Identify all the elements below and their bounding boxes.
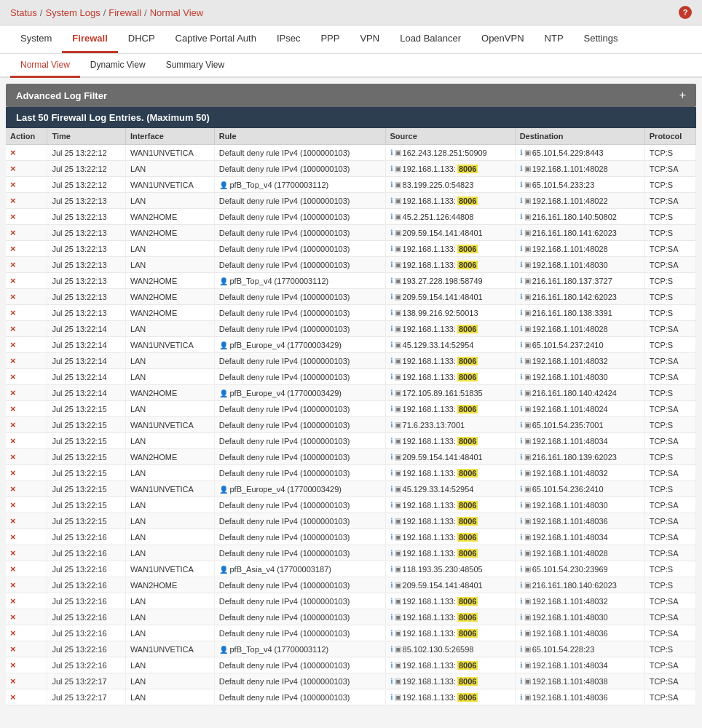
- src-info-icon[interactable]: ℹ: [390, 213, 393, 221]
- src-info-icon[interactable]: ℹ: [390, 197, 393, 205]
- cell-action[interactable]: ×: [6, 561, 47, 577]
- tab-ipsec[interactable]: IPsec: [267, 25, 311, 53]
- src-info-icon[interactable]: ℹ: [390, 485, 393, 493]
- src-info-icon[interactable]: ℹ: [390, 389, 393, 397]
- dst-info-icon[interactable]: ℹ: [520, 453, 523, 461]
- src-info-icon[interactable]: ℹ: [390, 229, 393, 237]
- cell-action[interactable]: ×: [6, 401, 47, 417]
- src-info-icon[interactable]: ℹ: [390, 149, 393, 157]
- dst-info-icon[interactable]: ℹ: [520, 469, 523, 477]
- dst-info-icon[interactable]: ℹ: [520, 645, 523, 653]
- tab-captive[interactable]: Captive Portal Auth: [165, 25, 267, 53]
- breadcrumb-status[interactable]: Status: [10, 7, 37, 18]
- tab-ppp[interactable]: PPP: [310, 25, 350, 53]
- cell-action[interactable]: ×: [6, 321, 47, 337]
- cell-action[interactable]: ×: [6, 225, 47, 241]
- dst-info-icon[interactable]: ℹ: [520, 261, 523, 269]
- src-info-icon[interactable]: ℹ: [390, 613, 393, 621]
- dst-info-icon[interactable]: ℹ: [520, 677, 523, 685]
- src-info-icon[interactable]: ℹ: [390, 549, 393, 557]
- cell-action[interactable]: ×: [6, 289, 47, 305]
- help-icon[interactable]: ?: [679, 6, 692, 19]
- src-info-icon[interactable]: ℹ: [390, 453, 393, 461]
- src-info-icon[interactable]: ℹ: [390, 309, 393, 317]
- src-info-icon[interactable]: ℹ: [390, 581, 393, 589]
- tab-ntp[interactable]: NTP: [535, 25, 574, 53]
- tab-loadbalancer[interactable]: Load Balancer: [390, 25, 471, 53]
- cell-action[interactable]: ×: [6, 417, 47, 433]
- src-info-icon[interactable]: ℹ: [390, 245, 393, 253]
- src-info-icon[interactable]: ℹ: [390, 421, 393, 429]
- dst-info-icon[interactable]: ℹ: [520, 421, 523, 429]
- cell-action[interactable]: ×: [6, 545, 47, 561]
- src-info-icon[interactable]: ℹ: [390, 293, 393, 301]
- src-info-icon[interactable]: ℹ: [390, 597, 393, 605]
- dst-info-icon[interactable]: ℹ: [520, 549, 523, 557]
- dst-info-icon[interactable]: ℹ: [520, 197, 523, 205]
- dst-info-icon[interactable]: ℹ: [520, 229, 523, 237]
- breadcrumb-systemlogs[interactable]: System Logs: [45, 7, 100, 18]
- dst-info-icon[interactable]: ℹ: [520, 357, 523, 365]
- dst-info-icon[interactable]: ℹ: [520, 597, 523, 605]
- tab-system[interactable]: System: [10, 25, 62, 53]
- cell-action[interactable]: ×: [6, 625, 47, 641]
- dst-info-icon[interactable]: ℹ: [520, 245, 523, 253]
- cell-action[interactable]: ×: [6, 273, 47, 289]
- dst-info-icon[interactable]: ℹ: [520, 405, 523, 413]
- dst-info-icon[interactable]: ℹ: [520, 309, 523, 317]
- src-info-icon[interactable]: ℹ: [390, 373, 393, 381]
- cell-action[interactable]: ×: [6, 241, 47, 257]
- src-info-icon[interactable]: ℹ: [390, 501, 393, 509]
- src-info-icon[interactable]: ℹ: [390, 341, 393, 349]
- dst-info-icon[interactable]: ℹ: [520, 501, 523, 509]
- cell-action[interactable]: ×: [6, 369, 47, 385]
- cell-action[interactable]: ×: [6, 257, 47, 273]
- src-info-icon[interactable]: ℹ: [390, 405, 393, 413]
- sub-tab-normal[interactable]: Normal View: [10, 54, 80, 78]
- dst-info-icon[interactable]: ℹ: [520, 389, 523, 397]
- dst-info-icon[interactable]: ℹ: [520, 293, 523, 301]
- dst-info-icon[interactable]: ℹ: [520, 181, 523, 189]
- tab-openvpn[interactable]: OpenVPN: [471, 25, 535, 53]
- src-info-icon[interactable]: ℹ: [390, 181, 393, 189]
- tab-dhcp[interactable]: DHCP: [118, 25, 165, 53]
- cell-action[interactable]: ×: [6, 337, 47, 353]
- src-info-icon[interactable]: ℹ: [390, 325, 393, 333]
- src-info-icon[interactable]: ℹ: [390, 629, 393, 637]
- filter-expand-icon[interactable]: +: [679, 89, 686, 102]
- cell-action[interactable]: ×: [6, 529, 47, 545]
- cell-action[interactable]: ×: [6, 145, 47, 161]
- src-info-icon[interactable]: ℹ: [390, 469, 393, 477]
- dst-info-icon[interactable]: ℹ: [520, 213, 523, 221]
- dst-info-icon[interactable]: ℹ: [520, 485, 523, 493]
- cell-action[interactable]: ×: [6, 465, 47, 481]
- dst-info-icon[interactable]: ℹ: [520, 341, 523, 349]
- src-info-icon[interactable]: ℹ: [390, 533, 393, 541]
- cell-action[interactable]: ×: [6, 385, 47, 401]
- cell-action[interactable]: ×: [6, 689, 47, 705]
- src-info-icon[interactable]: ℹ: [390, 357, 393, 365]
- src-info-icon[interactable]: ℹ: [390, 437, 393, 445]
- dst-info-icon[interactable]: ℹ: [520, 629, 523, 637]
- src-info-icon[interactable]: ℹ: [390, 517, 393, 525]
- src-info-icon[interactable]: ℹ: [390, 165, 393, 173]
- dst-info-icon[interactable]: ℹ: [520, 517, 523, 525]
- cell-action[interactable]: ×: [6, 577, 47, 593]
- dst-info-icon[interactable]: ℹ: [520, 565, 523, 573]
- cell-action[interactable]: ×: [6, 449, 47, 465]
- cell-action[interactable]: ×: [6, 209, 47, 225]
- cell-action[interactable]: ×: [6, 177, 47, 193]
- dst-info-icon[interactable]: ℹ: [520, 533, 523, 541]
- src-info-icon[interactable]: ℹ: [390, 261, 393, 269]
- src-info-icon[interactable]: ℹ: [390, 645, 393, 653]
- src-info-icon[interactable]: ℹ: [390, 693, 393, 701]
- breadcrumb-firewall[interactable]: Firewall: [109, 7, 141, 18]
- dst-info-icon[interactable]: ℹ: [520, 613, 523, 621]
- cell-action[interactable]: ×: [6, 193, 47, 209]
- dst-info-icon[interactable]: ℹ: [520, 325, 523, 333]
- tab-vpn[interactable]: VPN: [350, 25, 390, 53]
- dst-info-icon[interactable]: ℹ: [520, 437, 523, 445]
- dst-info-icon[interactable]: ℹ: [520, 277, 523, 285]
- cell-action[interactable]: ×: [6, 481, 47, 497]
- cell-action[interactable]: ×: [6, 657, 47, 673]
